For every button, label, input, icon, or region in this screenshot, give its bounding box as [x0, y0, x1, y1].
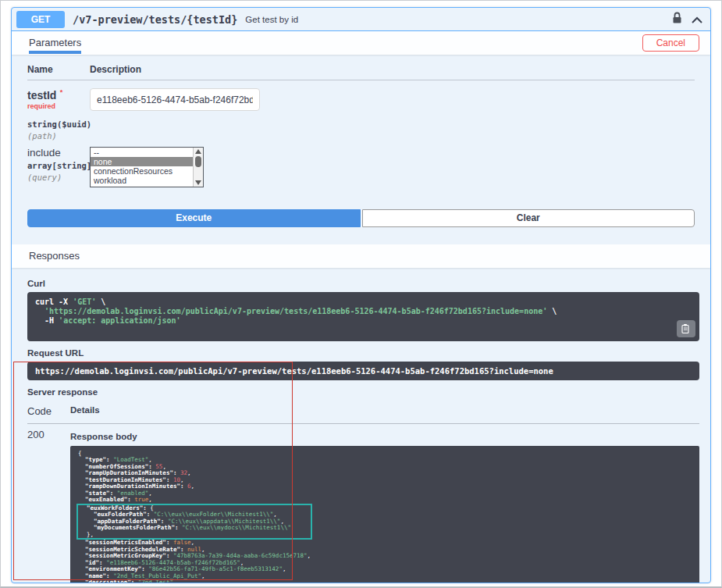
response-table-headers: Code Details	[27, 401, 699, 424]
execute-button[interactable]: Execute	[27, 209, 361, 227]
parameters-header-band: Parameters Cancel	[12, 31, 710, 55]
curl-line: curl -X 'GET' \	[35, 298, 692, 307]
param-name-testid: testId	[27, 89, 56, 102]
request-url-label: Request URL	[27, 348, 699, 358]
include-option-thresholds[interactable]: thresholds	[91, 185, 193, 187]
lock-icon[interactable]	[672, 12, 682, 27]
param-type-testid: string($uuid)	[27, 119, 90, 129]
testid-input[interactable]	[90, 88, 260, 111]
json-line: "rampDownDurationInMinutes": 6,	[78, 483, 692, 490]
scroll-down-icon[interactable]	[195, 180, 201, 185]
json-line: },	[80, 532, 311, 539]
execute-row: Execute Clear	[27, 209, 695, 227]
request-url-value: https://demolab.loginvsi.com/publicApi/v…	[27, 362, 699, 380]
json-line: "description": "2nd Test",	[78, 579, 692, 583]
cyan-annotation-box: "euxWorkFolders": { "euxFolderPath": "C:…	[76, 504, 312, 540]
http-method-badge: GET	[16, 11, 65, 28]
param-row-testid: testId * required string($uuid) (path)	[27, 88, 695, 141]
param-location-testid: (path)	[27, 131, 90, 141]
json-line: "myDocumentsFolderPath": "C:\\eux\\mydoc…	[80, 525, 311, 532]
param-row-include: include array[string] (query) --noneconn…	[27, 147, 695, 187]
include-option-workload[interactable]: workload	[91, 176, 193, 185]
curl-command-block: curl -X 'GET' \ 'https://demolab.loginvs…	[27, 292, 699, 341]
parameters-table: Name Description testId * required strin…	[12, 55, 710, 227]
param-name-include: include	[27, 147, 90, 159]
include-multiselect[interactable]: --noneconnectionResourcesworkloadthresho…	[90, 147, 204, 187]
json-line: "type": "LoadTest",	[78, 457, 692, 464]
column-description: Description	[90, 64, 141, 75]
server-response-label: Server response	[27, 387, 699, 397]
swagger-endpoint-panel: GET /v7-preview/tests/{testId} Get test …	[0, 0, 722, 588]
details-column-header: Details	[70, 405, 100, 417]
curl-line: -H 'accept: application/json'	[35, 316, 692, 326]
clear-button[interactable]: Clear	[362, 209, 695, 227]
endpoint-summary: Get test by id	[245, 15, 298, 24]
endpoint-path: /v7-preview/tests/{testId}	[73, 13, 237, 26]
param-location-include: (query)	[27, 173, 90, 182]
code-column-header: Code	[27, 405, 70, 417]
collapse-chevron-icon[interactable]	[692, 12, 702, 27]
column-name: Name	[27, 64, 90, 75]
opblock-summary[interactable]: GET /v7-preview/tests/{testId} Get test …	[12, 8, 710, 31]
opblock-get: GET /v7-preview/tests/{testId} Get test …	[11, 7, 711, 583]
responses-title: Responses	[29, 250, 80, 262]
response-body-label: Response body	[70, 432, 699, 441]
include-option-connectionResources[interactable]: connectionResources	[91, 166, 193, 176]
curl-line: 'https://demolab.loginvsi.com/publicApi/…	[35, 307, 692, 316]
response-body-block: { "type": "LoadTest", "numberOfSessions"…	[70, 446, 699, 583]
json-line: {	[78, 451, 692, 458]
cancel-button[interactable]: Cancel	[642, 34, 699, 52]
include-option-none[interactable]: none	[91, 157, 193, 166]
scroll-thumb[interactable]	[195, 156, 201, 167]
param-type-include: array[string]	[27, 161, 90, 170]
responses-content: Curl curl -X 'GET' \ 'https://demolab.lo…	[12, 268, 710, 583]
tab-parameters[interactable]: Parameters	[29, 32, 81, 54]
status-code: 200	[27, 429, 70, 583]
copy-curl-button[interactable]	[677, 320, 695, 337]
scroll-up-icon[interactable]	[195, 149, 201, 154]
response-row-200: 200 Response body { "type": "LoadTest", …	[27, 424, 699, 583]
listbox-scrollbar[interactable]	[193, 148, 203, 187]
include-option---[interactable]: --	[91, 148, 193, 157]
parameters-column-headers: Name Description	[27, 64, 695, 80]
curl-label: Curl	[27, 279, 699, 288]
json-line: "state": "enabled",	[78, 490, 692, 497]
json-line: "euxEnabled": true,	[78, 497, 692, 504]
responses-header-band: Responses	[12, 244, 710, 268]
